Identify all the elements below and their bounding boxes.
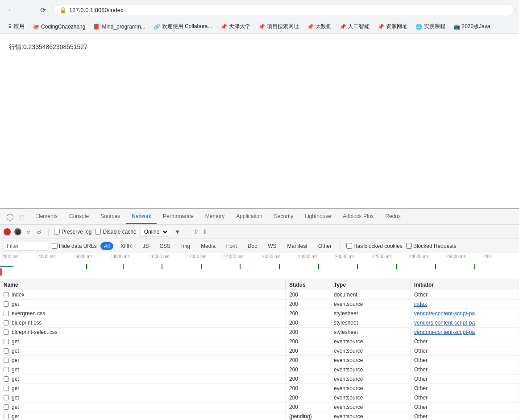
- table-row[interactable]: index200documentOther: [0, 290, 519, 300]
- tab-console[interactable]: Console: [64, 210, 94, 224]
- blocked-requests-checkbox[interactable]: [406, 243, 412, 249]
- inspect-button[interactable]: ◯: [4, 211, 16, 222]
- upload-button[interactable]: ⇧: [194, 228, 199, 235]
- table-row[interactable]: get200eventsourceOther: [0, 393, 519, 403]
- device-button[interactable]: ◻: [17, 211, 26, 222]
- filter-xhr[interactable]: XHR: [117, 242, 135, 250]
- col-name[interactable]: Name: [0, 280, 286, 290]
- filter-doc[interactable]: Doc: [244, 242, 261, 250]
- has-blocked-label[interactable]: Has blocked cookies: [346, 243, 403, 249]
- bookmark-resources[interactable]: 📌 资源网址: [374, 21, 411, 32]
- bookmark-ai[interactable]: 📌 人工智能: [336, 21, 373, 32]
- preserve-log-checkbox[interactable]: [54, 229, 60, 235]
- download-button[interactable]: ⇩: [203, 228, 208, 235]
- separator3: [340, 242, 341, 250]
- row-checkbox[interactable]: [4, 329, 9, 335]
- tab-elements[interactable]: Elements: [30, 210, 63, 224]
- url-text: 127.0.0.1:8080/index: [69, 7, 123, 13]
- row-checkbox[interactable]: [4, 404, 9, 410]
- td-name-text: get: [12, 338, 19, 345]
- blocked-requests-label[interactable]: Blocked Requests: [406, 243, 457, 249]
- filter-media[interactable]: Media: [197, 242, 219, 250]
- td-initiator[interactable]: vendors-content-script-pa: [411, 309, 519, 318]
- tab-memory[interactable]: Memory: [200, 210, 230, 224]
- record-button[interactable]: [4, 228, 11, 235]
- row-checkbox[interactable]: [4, 358, 9, 363]
- online-select[interactable]: Online: [140, 227, 169, 237]
- tab-sources[interactable]: Sources: [95, 210, 125, 224]
- filter-font[interactable]: Font: [223, 242, 241, 250]
- bookmark-bigdata[interactable]: 📌 大数据: [303, 21, 335, 32]
- row-checkbox[interactable]: [4, 376, 9, 382]
- has-blocked-checkbox[interactable]: [346, 243, 352, 249]
- bookmark-practice[interactable]: 🌐 实践课程: [412, 21, 449, 32]
- throttle-icon[interactable]: ▼: [173, 227, 183, 236]
- disable-cache-label[interactable]: Disable cache: [95, 229, 136, 235]
- row-checkbox[interactable]: [4, 395, 9, 400]
- row-checkbox[interactable]: [4, 414, 9, 419]
- refresh-button[interactable]: ⟳: [37, 4, 49, 16]
- filter-input[interactable]: [4, 242, 48, 251]
- preserve-log-label[interactable]: Preserve log: [54, 229, 91, 235]
- address-bar[interactable]: 🔒 127.0.0.1:8080/index: [53, 4, 515, 16]
- tab-network[interactable]: Network: [126, 210, 157, 224]
- filter-css[interactable]: CSS: [156, 242, 174, 250]
- filter-ws[interactable]: WS: [264, 242, 280, 250]
- table-row[interactable]: get200eventsourceOther: [0, 403, 519, 412]
- search-icon[interactable]: ☌: [35, 227, 43, 236]
- table-row[interactable]: get200eventsourceOther: [0, 384, 519, 393]
- bookmark-tianjin[interactable]: 📌 天津大学: [217, 21, 254, 32]
- bigdata-icon: 📌: [307, 24, 314, 30]
- row-checkbox[interactable]: [4, 320, 9, 325]
- row-checkbox[interactable]: [4, 339, 9, 344]
- row-checkbox[interactable]: [4, 386, 9, 391]
- col-initiator[interactable]: Initiator: [411, 280, 519, 290]
- table-row[interactable]: get200eventsourceOther: [0, 365, 519, 375]
- filter-all[interactable]: All: [100, 242, 113, 250]
- hide-data-urls-checkbox[interactable]: [52, 243, 58, 249]
- network-table[interactable]: Name Status Type Initiator index200docum…: [0, 280, 519, 420]
- table-row[interactable]: blueprint.css200stylesheetvendors-conten…: [0, 318, 519, 328]
- back-button[interactable]: ←: [4, 4, 17, 16]
- table-row[interactable]: get200eventsourceOther: [0, 375, 519, 384]
- table-row[interactable]: get200eventsourceOther: [0, 356, 519, 365]
- tab-application[interactable]: Application: [231, 210, 268, 224]
- timeline-area[interactable]: 2000 ms 4000 ms 6000 ms 8000 ms 10000 ms…: [0, 253, 519, 280]
- bookmark-mind[interactable]: 📕 Mind_programm...: [90, 22, 149, 31]
- table-row[interactable]: get200eventsourceOther: [0, 346, 519, 356]
- tab-adblock[interactable]: Adblock Plus: [337, 210, 379, 224]
- filter-js[interactable]: JS: [139, 242, 152, 250]
- bookmark-project-search[interactable]: 📌 项目搜索网址: [255, 21, 303, 32]
- tab-lighthouse[interactable]: Lighthouse: [299, 210, 336, 224]
- row-checkbox[interactable]: [4, 348, 9, 354]
- row-checkbox[interactable]: [4, 367, 9, 372]
- forward-button[interactable]: →: [21, 4, 33, 16]
- table-row[interactable]: blueprint-select.css200stylesheetvendors…: [0, 328, 519, 337]
- bookmark-codingchaozhang[interactable]: 🐙 CodingChaozhang: [29, 22, 89, 31]
- td-initiator[interactable]: vendors-content-script-pa: [411, 328, 519, 337]
- filter-icon[interactable]: ▿: [25, 227, 32, 236]
- disable-cache-checkbox[interactable]: [95, 229, 101, 235]
- table-row[interactable]: get200eventsourceOther: [0, 337, 519, 346]
- stop-button[interactable]: ⊘: [14, 228, 21, 235]
- tab-redux[interactable]: Redux: [380, 210, 406, 224]
- bookmarks-apps[interactable]: ⠿ 应用: [4, 21, 28, 32]
- filter-manifest[interactable]: Manifest: [284, 242, 311, 250]
- bookmark-collabora[interactable]: 🔗 欢迎使用 Collabora...: [150, 21, 216, 32]
- td-initiator[interactable]: vendors-content-script-pa: [411, 318, 519, 327]
- bookmark-java[interactable]: 📺 2020版Java: [450, 21, 494, 32]
- filter-img[interactable]: Img: [178, 242, 194, 250]
- col-type[interactable]: Type: [330, 280, 411, 290]
- row-checkbox[interactable]: [4, 292, 9, 297]
- table-row[interactable]: get(pending)eventsourceOther: [0, 412, 519, 420]
- row-checkbox[interactable]: [4, 311, 9, 316]
- td-initiator[interactable]: index: [411, 300, 519, 309]
- row-checkbox[interactable]: [4, 301, 9, 307]
- filter-other[interactable]: Other: [315, 242, 335, 250]
- table-row[interactable]: get200eventsourceindex: [0, 300, 519, 309]
- hide-data-urls-label[interactable]: Hide data URLs: [52, 243, 97, 249]
- col-status[interactable]: Status: [286, 280, 330, 290]
- table-row[interactable]: evergreen.css200stylesheetvendors-conten…: [0, 309, 519, 318]
- tab-security[interactable]: Security: [269, 210, 299, 224]
- tab-performance[interactable]: Performance: [158, 210, 199, 224]
